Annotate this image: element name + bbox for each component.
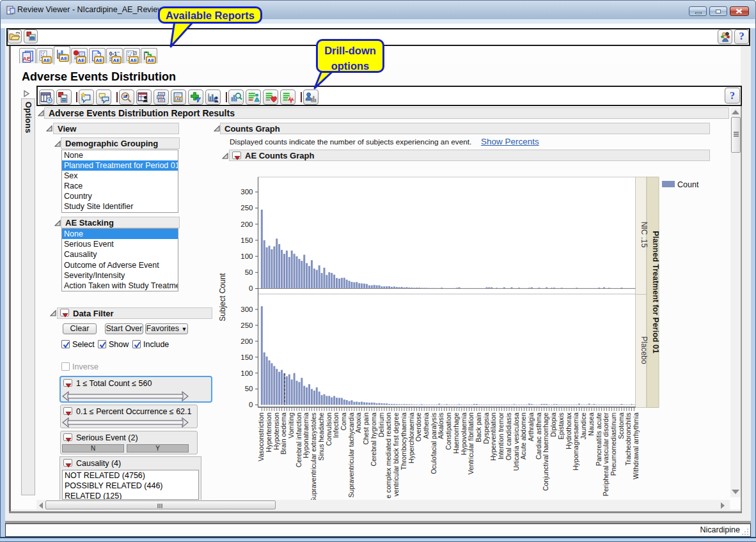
- svg-text:Conjunctival haemorrhage: Conjunctival haemorrhage: [542, 412, 549, 491]
- svg-text:Planned Treatment for Period 0: Planned Treatment for Period 01: [651, 231, 660, 353]
- svg-text:Constipation: Constipation: [445, 412, 452, 450]
- svg-text:50: 50: [245, 268, 253, 276]
- svg-text:100: 100: [240, 252, 253, 260]
- svg-text:Hyperventilation: Hyperventilation: [489, 412, 497, 460]
- svg-text:Scotoma: Scotoma: [617, 412, 625, 439]
- svg-text:200: 200: [240, 337, 253, 345]
- svg-text:NIC .15: NIC .15: [640, 222, 649, 248]
- svg-text:Cerebral infarction: Cerebral infarction: [295, 412, 303, 467]
- svg-text:Convulsion: Convulsion: [325, 412, 333, 445]
- svg-text:200: 200: [240, 221, 253, 228]
- svg-text:Supraventricular extrasystoles: Supraventricular extrasystoles: [310, 413, 317, 503]
- svg-text:Withdrawal arrhythmia: Withdrawal arrhythmia: [632, 412, 640, 479]
- svg-text:250: 250: [240, 204, 253, 212]
- svg-text:Jaundice: Jaundice: [579, 412, 587, 439]
- svg-text:Alkalosis: Alkalosis: [437, 413, 445, 439]
- svg-text:250: 250: [240, 321, 253, 329]
- svg-text:0: 0: [249, 401, 253, 408]
- svg-text:Chest pain: Chest pain: [362, 412, 370, 444]
- svg-text:300: 300: [240, 306, 253, 313]
- svg-text:Nausea: Nausea: [587, 412, 595, 435]
- svg-text:Cerebral hygroma: Cerebral hygroma: [370, 412, 377, 466]
- svg-text:Hypotension: Hypotension: [272, 412, 280, 450]
- svg-text:Peripheral vascular disorder: Peripheral vascular disorder: [602, 412, 610, 496]
- svg-text:Brain oedema: Brain oedema: [280, 412, 287, 454]
- svg-text:Haemorrhage: Haemorrhage: [452, 412, 460, 453]
- svg-text:Arthralgia: Arthralgia: [527, 412, 535, 441]
- svg-text:Vasoconstriction: Vasoconstriction: [257, 412, 265, 461]
- svg-text:Sinus headache: Sinus headache: [317, 412, 325, 460]
- svg-text:100: 100: [240, 369, 253, 377]
- svg-text:Placebo: Placebo: [640, 336, 649, 364]
- svg-text:Oral candidiasis: Oral candidiasis: [505, 413, 512, 461]
- svg-text:Hypertension: Hypertension: [265, 412, 272, 452]
- svg-text:300: 300: [240, 188, 253, 196]
- svg-text:Asthenia: Asthenia: [422, 412, 430, 438]
- svg-text:Acute abdomen: Acute abdomen: [519, 412, 527, 460]
- svg-text:Hypovolaemia: Hypovolaemia: [460, 412, 468, 455]
- svg-text:Hyponatraemia: Hyponatraemia: [302, 412, 310, 458]
- svg-text:Hydrothorax: Hydrothorax: [565, 412, 572, 449]
- svg-text:Overdose: Overdose: [414, 412, 422, 442]
- svg-text:Pneumomediastinum: Pneumomediastinum: [610, 412, 617, 476]
- svg-text:Epistaxis: Epistaxis: [557, 413, 565, 440]
- svg-text:Cardiac asthma: Cardiac asthma: [535, 412, 542, 460]
- svg-text:Thrombocythaemia: Thrombocythaemia: [400, 412, 407, 470]
- svg-text:Delirium: Delirium: [377, 412, 385, 437]
- svg-text:Intention tremor: Intention tremor: [497, 412, 505, 460]
- svg-text:Coma: Coma: [340, 412, 347, 430]
- svg-text:150: 150: [240, 236, 253, 244]
- svg-text:Count: Count: [677, 180, 699, 189]
- svg-text:e complex mediated reaction: e complex mediated reaction: [384, 412, 392, 498]
- svg-text:Anoxia: Anoxia: [354, 412, 362, 433]
- svg-text:Hypomagnesaemia: Hypomagnesaemia: [572, 412, 579, 470]
- svg-text:ventricular block first degree: ventricular block first degree: [392, 412, 400, 496]
- svg-text:Urticaria vesiculosa: Urticaria vesiculosa: [512, 412, 520, 470]
- svg-text:Oculofacial paralysis: Oculofacial paralysis: [430, 413, 437, 474]
- svg-text:Diplopia: Diplopia: [549, 412, 557, 437]
- svg-text:0: 0: [249, 284, 253, 292]
- svg-text:150: 150: [240, 353, 253, 361]
- svg-text:Back pain: Back pain: [475, 412, 482, 442]
- svg-text:50: 50: [245, 385, 253, 392]
- svg-text:Hyperchloraemia: Hyperchloraemia: [407, 412, 415, 463]
- svg-text:Dyspepsia: Dyspepsia: [482, 412, 490, 444]
- svg-text:Tracheobronchitis: Tracheobronchitis: [624, 413, 632, 466]
- svg-text:Infection: Infection: [332, 412, 340, 438]
- svg-text:Vomiting: Vomiting: [287, 412, 295, 438]
- svg-text:Pancreatitis acute: Pancreatitis acute: [595, 412, 602, 466]
- svg-text:Supraventricular tachycardia: Supraventricular tachycardia: [347, 412, 355, 497]
- svg-text:Ventricular fibrillation: Ventricular fibrillation: [467, 412, 475, 474]
- svg-text:Subject Count: Subject Count: [218, 273, 227, 321]
